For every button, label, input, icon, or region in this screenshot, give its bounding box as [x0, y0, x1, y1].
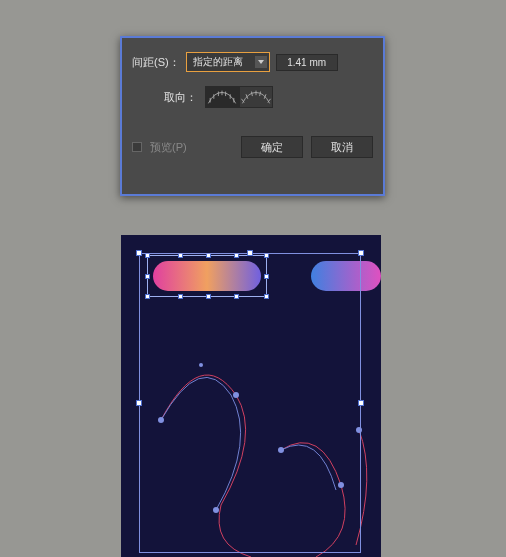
preview-label: 预览(P) [150, 140, 233, 155]
orientation-page-icon [206, 87, 238, 107]
selection-handle[interactable] [358, 400, 364, 406]
spacing-row: 间距(S)： 指定的距离 1.41 mm [122, 38, 383, 72]
spacing-label: 间距(S)： [132, 55, 180, 70]
selection-handle[interactable] [136, 400, 142, 406]
orientation-align-path-button[interactable] [239, 86, 273, 108]
svg-line-9 [251, 92, 252, 97]
spacing-value-text: 1.41 mm [287, 57, 326, 68]
spacing-mode-select[interactable]: 指定的距离 [186, 52, 270, 72]
spacing-mode-value: 指定的距离 [193, 56, 243, 67]
selection-handle[interactable] [136, 250, 142, 256]
cancel-button[interactable]: 取消 [311, 136, 373, 158]
blend-options-dialog: 间距(S)： 指定的距离 1.41 mm 取向： [120, 36, 385, 196]
orientation-label: 取向： [164, 90, 197, 105]
selection-handle[interactable] [358, 250, 364, 256]
artboard-canvas[interactable] [121, 235, 381, 557]
orientation-align-page-button[interactable] [205, 86, 239, 108]
preview-checkbox[interactable] [132, 142, 142, 152]
orientation-buttons [205, 86, 273, 108]
orientation-path-icon [240, 87, 272, 107]
buttons-row: 预览(P) 确定 取消 [122, 108, 383, 158]
chevron-down-icon [255, 56, 267, 68]
selection-handle[interactable] [247, 250, 253, 256]
bounding-selection-box [139, 253, 361, 553]
svg-line-11 [260, 92, 261, 97]
spacing-value-input[interactable]: 1.41 mm [276, 54, 338, 71]
orientation-row: 取向： [122, 72, 383, 108]
ok-button[interactable]: 确定 [241, 136, 303, 158]
